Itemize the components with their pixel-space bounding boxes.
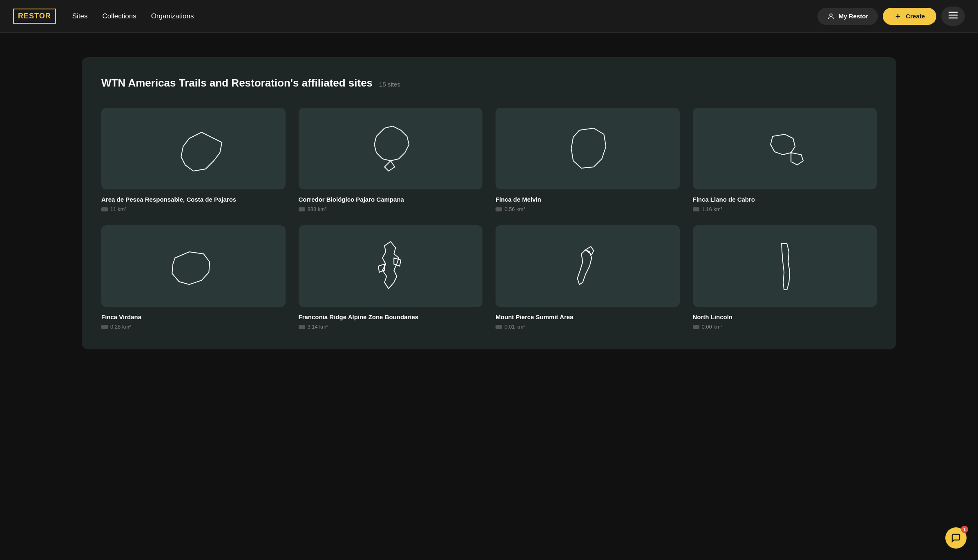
site-name: Franconia Ridge Alpine Zone Boundaries: [299, 313, 483, 321]
site-card[interactable]: Finca Virdana 0.28 km²: [101, 225, 286, 330]
area-icon: [496, 207, 502, 211]
logo[interactable]: RESTOR: [13, 9, 56, 24]
site-card[interactable]: Corredor Biológico Pajaro Campana 888 km…: [299, 108, 483, 212]
plus-icon: [894, 13, 902, 20]
site-name: Corredor Biológico Pajaro Campana: [299, 195, 483, 204]
site-name: Area de Pesca Responsable, Costa de Paja…: [101, 195, 286, 204]
site-area: 0.00 km²: [693, 324, 877, 330]
user-icon: [827, 13, 835, 20]
site-area: 0.28 km²: [101, 324, 286, 330]
chat-badge: 1: [961, 526, 968, 533]
hamburger-icon: [949, 11, 958, 19]
area-icon: [693, 207, 699, 211]
site-map: [693, 225, 877, 307]
nav-collections[interactable]: Collections: [102, 12, 136, 20]
page-title: WTN Americas Trails and Restoration's af…: [101, 77, 373, 89]
site-map: [299, 108, 483, 189]
site-card[interactable]: Franconia Ridge Alpine Zone Boundaries 3…: [299, 225, 483, 330]
site-map: [299, 225, 483, 307]
area-icon: [496, 325, 502, 329]
area-icon: [101, 207, 108, 211]
site-map: [496, 108, 680, 189]
site-card[interactable]: Finca Llano de Cabro 1.16 km²: [693, 108, 877, 212]
main-content: WTN Americas Trails and Restoration's af…: [0, 33, 978, 374]
site-name: North Lincoln: [693, 313, 877, 321]
chat-bubble[interactable]: 1: [945, 527, 967, 549]
logo-text: RESTOR: [18, 12, 51, 20]
sites-grid: Area de Pesca Responsable, Costa de Paja…: [101, 108, 877, 330]
site-name: Finca de Melvin: [496, 195, 680, 204]
site-card[interactable]: Area de Pesca Responsable, Costa de Paja…: [101, 108, 286, 212]
site-area: 11 km²: [101, 206, 286, 212]
site-card[interactable]: Mount Pierce Summit Area 0.01 km²: [496, 225, 680, 330]
site-area: 3.14 km²: [299, 324, 483, 330]
navbar: RESTOR Sites Collections Organizations M…: [0, 0, 978, 33]
nav-actions: My Restor Create: [817, 7, 965, 26]
my-restor-button[interactable]: My Restor: [817, 8, 878, 25]
svg-point-0: [830, 14, 832, 16]
site-area: 1.16 km²: [693, 206, 877, 212]
site-card[interactable]: Finca de Melvin 0.56 km²: [496, 108, 680, 212]
site-area: 0.01 km²: [496, 324, 680, 330]
site-name: Mount Pierce Summit Area: [496, 313, 680, 321]
site-map: [693, 108, 877, 189]
create-button[interactable]: Create: [883, 8, 936, 25]
nav-links: Sites Collections Organizations: [72, 12, 801, 20]
site-map: [496, 225, 680, 307]
nav-organizations[interactable]: Organizations: [151, 12, 194, 20]
menu-button[interactable]: [941, 7, 965, 26]
chat-icon: [951, 533, 961, 543]
page-header: WTN Americas Trails and Restoration's af…: [101, 77, 877, 89]
nav-sites[interactable]: Sites: [72, 12, 88, 20]
area-icon: [299, 325, 305, 329]
site-map: [101, 225, 286, 307]
divider: [101, 93, 877, 93]
site-name: Finca Llano de Cabro: [693, 195, 877, 204]
site-area: 0.56 km²: [496, 206, 680, 212]
site-name: Finca Virdana: [101, 313, 286, 321]
site-area: 888 km²: [299, 206, 483, 212]
site-card[interactable]: North Lincoln 0.00 km²: [693, 225, 877, 330]
area-icon: [693, 325, 699, 329]
site-map: [101, 108, 286, 189]
page-card: WTN Americas Trails and Restoration's af…: [82, 57, 896, 349]
area-icon: [101, 325, 108, 329]
site-count: 15 sites: [379, 81, 400, 88]
area-icon: [299, 207, 305, 211]
